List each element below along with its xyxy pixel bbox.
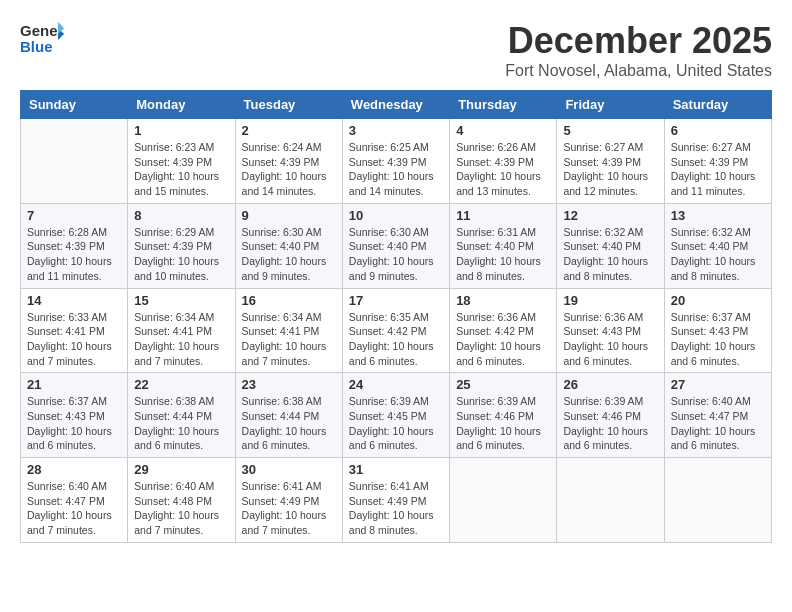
calendar-week-row: 14Sunrise: 6:33 AM Sunset: 4:41 PM Dayli… — [21, 288, 772, 373]
day-info: Sunrise: 6:39 AM Sunset: 4:45 PM Dayligh… — [349, 394, 443, 453]
day-info: Sunrise: 6:41 AM Sunset: 4:49 PM Dayligh… — [242, 479, 336, 538]
day-number: 24 — [349, 377, 443, 392]
day-number: 9 — [242, 208, 336, 223]
day-number: 3 — [349, 123, 443, 138]
calendar-week-row: 7Sunrise: 6:28 AM Sunset: 4:39 PM Daylig… — [21, 203, 772, 288]
calendar-cell: 27Sunrise: 6:40 AM Sunset: 4:47 PM Dayli… — [664, 373, 771, 458]
day-number: 27 — [671, 377, 765, 392]
calendar-cell: 1Sunrise: 6:23 AM Sunset: 4:39 PM Daylig… — [128, 119, 235, 204]
day-number: 11 — [456, 208, 550, 223]
day-info: Sunrise: 6:33 AM Sunset: 4:41 PM Dayligh… — [27, 310, 121, 369]
title-block: December 2025 Fort Novosel, Alabama, Uni… — [505, 20, 772, 80]
day-number: 19 — [563, 293, 657, 308]
day-number: 4 — [456, 123, 550, 138]
calendar-header-row: SundayMondayTuesdayWednesdayThursdayFrid… — [21, 91, 772, 119]
page-header: General Blue December 2025 Fort Novosel,… — [20, 20, 772, 80]
calendar-cell: 5Sunrise: 6:27 AM Sunset: 4:39 PM Daylig… — [557, 119, 664, 204]
day-number: 2 — [242, 123, 336, 138]
day-number: 26 — [563, 377, 657, 392]
calendar-cell: 21Sunrise: 6:37 AM Sunset: 4:43 PM Dayli… — [21, 373, 128, 458]
day-info: Sunrise: 6:31 AM Sunset: 4:40 PM Dayligh… — [456, 225, 550, 284]
day-info: Sunrise: 6:23 AM Sunset: 4:39 PM Dayligh… — [134, 140, 228, 199]
day-info: Sunrise: 6:26 AM Sunset: 4:39 PM Dayligh… — [456, 140, 550, 199]
calendar-cell: 11Sunrise: 6:31 AM Sunset: 4:40 PM Dayli… — [450, 203, 557, 288]
day-number: 16 — [242, 293, 336, 308]
day-info: Sunrise: 6:34 AM Sunset: 4:41 PM Dayligh… — [242, 310, 336, 369]
calendar-cell: 2Sunrise: 6:24 AM Sunset: 4:39 PM Daylig… — [235, 119, 342, 204]
calendar-cell: 29Sunrise: 6:40 AM Sunset: 4:48 PM Dayli… — [128, 458, 235, 543]
calendar-day-header: Sunday — [21, 91, 128, 119]
calendar-cell: 25Sunrise: 6:39 AM Sunset: 4:46 PM Dayli… — [450, 373, 557, 458]
calendar-cell: 15Sunrise: 6:34 AM Sunset: 4:41 PM Dayli… — [128, 288, 235, 373]
day-info: Sunrise: 6:28 AM Sunset: 4:39 PM Dayligh… — [27, 225, 121, 284]
day-info: Sunrise: 6:32 AM Sunset: 4:40 PM Dayligh… — [563, 225, 657, 284]
day-number: 7 — [27, 208, 121, 223]
day-info: Sunrise: 6:35 AM Sunset: 4:42 PM Dayligh… — [349, 310, 443, 369]
calendar-cell: 24Sunrise: 6:39 AM Sunset: 4:45 PM Dayli… — [342, 373, 449, 458]
day-info: Sunrise: 6:38 AM Sunset: 4:44 PM Dayligh… — [242, 394, 336, 453]
day-number: 14 — [27, 293, 121, 308]
logo: General Blue — [20, 20, 64, 56]
calendar-cell: 14Sunrise: 6:33 AM Sunset: 4:41 PM Dayli… — [21, 288, 128, 373]
day-number: 8 — [134, 208, 228, 223]
day-number: 18 — [456, 293, 550, 308]
day-number: 25 — [456, 377, 550, 392]
day-info: Sunrise: 6:32 AM Sunset: 4:40 PM Dayligh… — [671, 225, 765, 284]
calendar-cell: 9Sunrise: 6:30 AM Sunset: 4:40 PM Daylig… — [235, 203, 342, 288]
calendar-day-header: Thursday — [450, 91, 557, 119]
calendar-cell — [21, 119, 128, 204]
calendar-day-header: Monday — [128, 91, 235, 119]
day-number: 15 — [134, 293, 228, 308]
svg-text:General: General — [20, 22, 64, 39]
day-info: Sunrise: 6:37 AM Sunset: 4:43 PM Dayligh… — [671, 310, 765, 369]
day-info: Sunrise: 6:29 AM Sunset: 4:39 PM Dayligh… — [134, 225, 228, 284]
day-info: Sunrise: 6:36 AM Sunset: 4:43 PM Dayligh… — [563, 310, 657, 369]
day-number: 28 — [27, 462, 121, 477]
calendar-cell: 7Sunrise: 6:28 AM Sunset: 4:39 PM Daylig… — [21, 203, 128, 288]
calendar-cell: 12Sunrise: 6:32 AM Sunset: 4:40 PM Dayli… — [557, 203, 664, 288]
day-info: Sunrise: 6:39 AM Sunset: 4:46 PM Dayligh… — [456, 394, 550, 453]
day-info: Sunrise: 6:27 AM Sunset: 4:39 PM Dayligh… — [671, 140, 765, 199]
day-info: Sunrise: 6:30 AM Sunset: 4:40 PM Dayligh… — [349, 225, 443, 284]
location: Fort Novosel, Alabama, United States — [505, 62, 772, 80]
day-number: 17 — [349, 293, 443, 308]
calendar-cell: 16Sunrise: 6:34 AM Sunset: 4:41 PM Dayli… — [235, 288, 342, 373]
calendar-cell: 10Sunrise: 6:30 AM Sunset: 4:40 PM Dayli… — [342, 203, 449, 288]
calendar-cell: 4Sunrise: 6:26 AM Sunset: 4:39 PM Daylig… — [450, 119, 557, 204]
day-info: Sunrise: 6:40 AM Sunset: 4:48 PM Dayligh… — [134, 479, 228, 538]
calendar-cell: 3Sunrise: 6:25 AM Sunset: 4:39 PM Daylig… — [342, 119, 449, 204]
calendar-cell — [450, 458, 557, 543]
calendar-cell: 17Sunrise: 6:35 AM Sunset: 4:42 PM Dayli… — [342, 288, 449, 373]
calendar-day-header: Tuesday — [235, 91, 342, 119]
day-info: Sunrise: 6:41 AM Sunset: 4:49 PM Dayligh… — [349, 479, 443, 538]
day-info: Sunrise: 6:30 AM Sunset: 4:40 PM Dayligh… — [242, 225, 336, 284]
calendar-cell: 30Sunrise: 6:41 AM Sunset: 4:49 PM Dayli… — [235, 458, 342, 543]
month-title: December 2025 — [505, 20, 772, 62]
day-info: Sunrise: 6:27 AM Sunset: 4:39 PM Dayligh… — [563, 140, 657, 199]
calendar-cell: 23Sunrise: 6:38 AM Sunset: 4:44 PM Dayli… — [235, 373, 342, 458]
day-info: Sunrise: 6:40 AM Sunset: 4:47 PM Dayligh… — [671, 394, 765, 453]
calendar-cell — [557, 458, 664, 543]
day-number: 13 — [671, 208, 765, 223]
day-number: 21 — [27, 377, 121, 392]
svg-text:Blue: Blue — [20, 38, 53, 55]
day-number: 1 — [134, 123, 228, 138]
calendar-table: SundayMondayTuesdayWednesdayThursdayFrid… — [20, 90, 772, 543]
day-number: 10 — [349, 208, 443, 223]
calendar-cell: 26Sunrise: 6:39 AM Sunset: 4:46 PM Dayli… — [557, 373, 664, 458]
day-info: Sunrise: 6:40 AM Sunset: 4:47 PM Dayligh… — [27, 479, 121, 538]
calendar-cell — [664, 458, 771, 543]
calendar-week-row: 1Sunrise: 6:23 AM Sunset: 4:39 PM Daylig… — [21, 119, 772, 204]
day-info: Sunrise: 6:34 AM Sunset: 4:41 PM Dayligh… — [134, 310, 228, 369]
day-number: 30 — [242, 462, 336, 477]
day-number: 23 — [242, 377, 336, 392]
calendar-cell: 13Sunrise: 6:32 AM Sunset: 4:40 PM Dayli… — [664, 203, 771, 288]
calendar-cell: 8Sunrise: 6:29 AM Sunset: 4:39 PM Daylig… — [128, 203, 235, 288]
logo-icon: General Blue — [20, 20, 64, 56]
calendar-cell: 28Sunrise: 6:40 AM Sunset: 4:47 PM Dayli… — [21, 458, 128, 543]
calendar-cell: 19Sunrise: 6:36 AM Sunset: 4:43 PM Dayli… — [557, 288, 664, 373]
calendar-cell: 20Sunrise: 6:37 AM Sunset: 4:43 PM Dayli… — [664, 288, 771, 373]
calendar-week-row: 28Sunrise: 6:40 AM Sunset: 4:47 PM Dayli… — [21, 458, 772, 543]
day-info: Sunrise: 6:25 AM Sunset: 4:39 PM Dayligh… — [349, 140, 443, 199]
day-info: Sunrise: 6:38 AM Sunset: 4:44 PM Dayligh… — [134, 394, 228, 453]
